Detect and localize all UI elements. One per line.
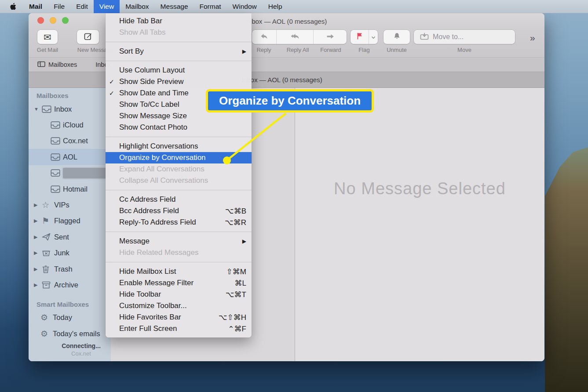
menubar-item-file[interactable]: File	[48, 0, 70, 13]
sidebar-item-sent[interactable]: ▶Sent	[29, 229, 111, 245]
connection-status: Connecting... Cox.net	[29, 342, 111, 357]
sidebar-item-label: iCloud	[63, 121, 84, 129]
unmute-label: Unmute	[383, 47, 410, 53]
get-mail-button[interactable]: ✉	[37, 30, 58, 44]
move-to-button[interactable]: Move to...	[414, 30, 515, 44]
menu-item-label: Hide Toolbar	[119, 290, 226, 299]
sidebar-item-inbox[interactable]: ▼Inbox	[29, 101, 111, 117]
wallpaper-cliff	[545, 147, 588, 392]
new-message-button[interactable]	[77, 30, 99, 44]
menu-item-label: Cc Address Field	[119, 195, 246, 204]
sidebar-item-label: Junk	[54, 249, 69, 257]
menubar-item-edit[interactable]: Edit	[70, 0, 94, 13]
menubar-item-window[interactable]: Window	[227, 0, 263, 13]
menu-item-hide-toolbar[interactable]: Hide Toolbar⌥⌘T	[106, 289, 252, 300]
menu-separator	[106, 61, 252, 61]
menu-item-label: Hide Mailbox List	[119, 267, 226, 276]
menu-item-label: Organize by Conversation	[119, 153, 246, 162]
menubar-item-view[interactable]: View	[94, 0, 120, 13]
menu-item-message[interactable]: Message▶	[106, 236, 252, 247]
menu-item-organize-by-conversation[interactable]: Organize by Conversation	[106, 152, 252, 163]
menu-shortcut: ⌥⌘R	[225, 218, 246, 227]
menu-item-collapse-all-conversations: Collapse All Conversations	[106, 175, 252, 186]
forward-button[interactable]	[313, 30, 347, 44]
flag-menu-button[interactable]	[369, 30, 378, 44]
menubar-item-mail[interactable]: Mail	[23, 0, 48, 13]
menubar-item-format[interactable]: Format	[194, 0, 227, 13]
submenu-arrow-icon: ▶	[242, 238, 246, 244]
tray-icon	[51, 137, 63, 145]
menu-item-hide-tab-bar[interactable]: Hide Tab Bar	[106, 15, 252, 27]
sidebar-item-trash[interactable]: ▶Trash	[29, 261, 111, 277]
sidebar-item-label: Flagged	[54, 217, 80, 225]
submenu-arrow-icon: ▶	[242, 48, 246, 54]
sidebar-item-redacted[interactable]	[29, 165, 111, 181]
sidebar-item-vips[interactable]: ▶☆VIPs	[29, 197, 111, 213]
status-line1: Connecting...	[51, 342, 111, 349]
menu-item-label: Hide Favorites Bar	[119, 313, 219, 322]
menu-item-sort-by[interactable]: Sort By▶	[106, 46, 252, 57]
tray-icon	[42, 105, 54, 113]
menu-item-use-column-layout[interactable]: Use Column Layout	[106, 65, 252, 76]
menu-item-hide-mailbox-list[interactable]: Hide Mailbox List⇧⌘M	[106, 266, 252, 277]
status-line2: Cox.net	[51, 350, 111, 357]
menu-item-customize-toolbar[interactable]: Customize Toolbar...	[106, 300, 252, 312]
sidebar-item-junk[interactable]: ▶Junk	[29, 245, 111, 261]
sidebar-item-flagged[interactable]: ▶⚑Flagged	[29, 213, 111, 229]
menubar-item-mailbox[interactable]: Mailbox	[120, 0, 154, 13]
menu-item-enable-message-filter[interactable]: Enable Message Filter⌘L	[106, 277, 252, 289]
menu-item-label: Show Side Preview	[119, 77, 246, 86]
menu-item-label: Expand All Conversations	[119, 165, 246, 174]
sidebar-item-label: Sent	[54, 233, 69, 241]
flag-icon	[357, 33, 363, 41]
menu-item-enter-full-screen[interactable]: Enter Full Screen⌃⌘F	[106, 323, 252, 334]
reply-all-button[interactable]	[276, 30, 313, 44]
sidebar-item-aol[interactable]: AOL	[29, 149, 111, 165]
flag-button[interactable]	[351, 30, 378, 44]
reply-button[interactable]	[252, 30, 276, 44]
sidebar-item-cox-net[interactable]: Cox.net	[29, 133, 111, 149]
sidebar-item-today[interactable]: ⚙Today	[29, 310, 111, 326]
unmute-button[interactable]	[383, 30, 410, 44]
toolbar-overflow-button[interactable]: »	[530, 33, 535, 43]
apple-menu[interactable]	[8, 0, 19, 13]
disclosure-open-icon[interactable]: ▼	[34, 106, 42, 112]
favorites-mailboxes[interactable]: Mailboxes	[37, 61, 77, 69]
menu-item-label: Message	[119, 237, 242, 246]
gear-icon: ⚙	[40, 330, 53, 338]
menu-separator	[106, 190, 252, 190]
menu-item-bcc-address-field[interactable]: Bcc Address Field⌥⌘B	[106, 205, 252, 217]
reply-label: Reply	[251, 47, 277, 53]
checkmark-icon: ✓	[109, 78, 119, 85]
disclosure-closed-icon[interactable]: ▶	[34, 266, 42, 272]
menubar-item-message[interactable]: Message	[155, 0, 194, 13]
menu-shortcut: ⌃⌘F	[228, 324, 246, 334]
menu-separator	[106, 137, 252, 137]
menu-item-label: Hide Related Messages	[119, 248, 246, 257]
tray-icon	[51, 185, 63, 193]
menu-item-show-side-preview[interactable]: ✓Show Side Preview	[106, 76, 252, 87]
tray-icon	[51, 121, 63, 129]
menu-item-highlight-conversations[interactable]: Highlight Conversations	[106, 141, 252, 152]
sidebar-item-today-s-emails[interactable]: ⚙Today's emails	[29, 326, 111, 341]
menubar-item-help[interactable]: Help	[263, 0, 288, 13]
disclosure-closed-icon[interactable]: ▶	[34, 202, 42, 208]
menu-shortcut: ⌥⌘T	[226, 290, 246, 299]
disclosure-closed-icon[interactable]: ▶	[34, 250, 42, 256]
menu-item-label: Enter Full Screen	[119, 324, 228, 333]
disclosure-closed-icon[interactable]: ▶	[34, 282, 42, 288]
menu-item-cc-address-field[interactable]: Cc Address Field	[106, 194, 252, 205]
move-label: Move	[451, 47, 478, 53]
menu-item-reply-to-address-field[interactable]: Reply-To Address Field⌥⌘R	[106, 217, 252, 228]
menu-item-show-contact-photo[interactable]: Show Contact Photo	[106, 122, 252, 133]
disclosure-closed-icon[interactable]: ▶	[34, 218, 42, 224]
move-to-placeholder: Move to...	[433, 33, 464, 41]
flag-label: Flag	[351, 47, 377, 53]
sidebar-item-icloud[interactable]: iCloud	[29, 117, 111, 133]
disclosure-closed-icon[interactable]: ▶	[34, 234, 42, 240]
menu-item-hide-favorites-bar[interactable]: Hide Favorites Bar⌥⇧⌘H	[106, 312, 252, 323]
menu-shortcut: ⌘L	[235, 279, 246, 288]
plane-icon	[42, 233, 54, 241]
sidebar-item-hotmail[interactable]: Hotmail	[29, 181, 111, 197]
sidebar-item-archive[interactable]: ▶Archive	[29, 277, 111, 293]
